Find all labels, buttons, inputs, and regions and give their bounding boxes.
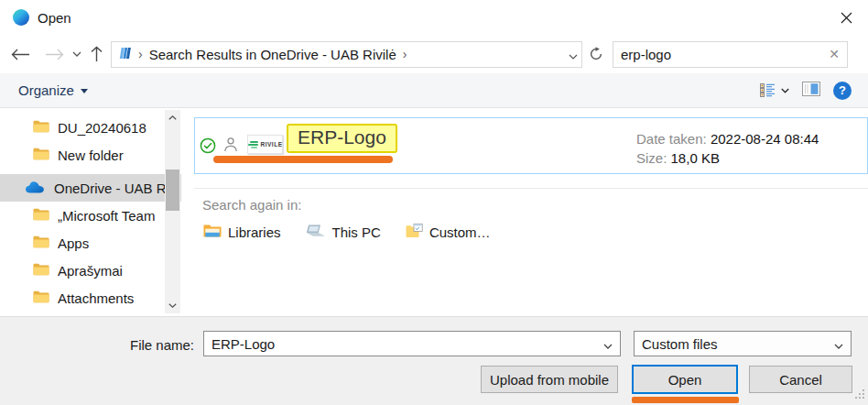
sidebar-item-label: Attachments <box>58 290 134 306</box>
resize-grip[interactable] <box>855 387 865 402</box>
help-icon[interactable]: ? <box>833 82 852 100</box>
folder-icon <box>33 208 49 224</box>
content-area: DU_20240618 New folder OneDrive - UAB R … <box>0 108 868 316</box>
sidebar-item-label: „Microsoft Team <box>58 208 155 224</box>
search-again-section: Search again in: Libraries <box>194 188 868 241</box>
onedrive-cloud-icon <box>25 181 46 196</box>
date-taken-row: Date taken: 2022-08-24 08:44 <box>636 129 819 148</box>
libraries-label: Libraries <box>228 224 281 240</box>
custom-location-icon <box>406 224 423 241</box>
title-bar: Open <box>0 0 868 35</box>
breadcrumb-location[interactable]: Search Results in OneDrive - UAB Rivilė <box>149 47 396 62</box>
sync-check-icon <box>200 137 216 157</box>
view-dropdown-chevron-icon <box>781 88 789 93</box>
file-list-area: RIVILE ERP-Logo Date taken: 2022-08-24 0… <box>181 108 868 316</box>
change-view-button[interactable] <box>760 83 789 97</box>
file-type-combobox[interactable]: Custom files <box>634 331 852 356</box>
organize-button[interactable]: Organize <box>18 82 88 98</box>
sidebar-item-attachments[interactable]: Attachments <box>0 284 181 312</box>
toolbar-right-group: ? <box>760 82 852 100</box>
date-taken-value: 2022-08-24 08:44 <box>711 131 819 147</box>
cancel-button[interactable]: Cancel <box>749 366 852 393</box>
folder-icon <box>33 290 49 306</box>
sidebar-item-label: Apps <box>58 235 89 251</box>
search-input[interactable] <box>621 47 829 62</box>
navigation-bar: › Search Results in OneDrive - UAB Rivil… <box>0 35 868 73</box>
preview-pane-icon[interactable] <box>802 82 820 99</box>
search-again-custom[interactable]: Custom… <box>406 224 491 241</box>
folder-tree-sidebar: DU_20240618 New folder OneDrive - UAB R … <box>0 108 181 316</box>
address-bar[interactable]: › Search Results in OneDrive - UAB Rivil… <box>111 41 582 68</box>
file-type-dropdown-chevron-icon[interactable] <box>834 336 843 352</box>
folder-icon <box>33 120 49 136</box>
command-toolbar: Organize ? <box>0 73 868 108</box>
person-icon <box>223 137 238 155</box>
file-name-combobox <box>203 331 621 356</box>
back-icon[interactable] <box>11 49 30 60</box>
file-name-label: File name: <box>0 337 194 353</box>
sidebar-item-label: DU_20240618 <box>58 120 146 136</box>
file-name-highlight[interactable]: ERP-Logo <box>287 124 397 153</box>
folder-icon <box>33 235 49 251</box>
search-again-label: Search again in: <box>202 197 868 213</box>
annotation-underline <box>213 156 393 163</box>
this-pc-label: This PC <box>332 224 381 240</box>
sidebar-item-new-folder[interactable]: New folder <box>0 141 181 169</box>
window-title: Open <box>38 10 71 26</box>
annotation-underline-open <box>632 397 739 403</box>
up-icon[interactable] <box>91 46 103 62</box>
open-file-dialog: Open › Search Results <box>0 0 868 405</box>
rivile-logo-bars <box>248 141 258 148</box>
size-value: 18,0 KB <box>671 150 720 166</box>
upload-from-mobile-button[interactable]: Upload from mobile <box>481 366 618 393</box>
scroll-down-icon[interactable] <box>165 298 180 313</box>
search-again-this-pc[interactable]: This PC <box>306 224 381 241</box>
search-box: ✕ <box>613 41 848 68</box>
rivile-logo-text: RIVILE <box>261 141 283 148</box>
search-results-folder-icon <box>117 46 132 63</box>
scroll-up-icon[interactable] <box>165 110 180 126</box>
sidebar-item-label: New folder <box>58 148 124 163</box>
organize-dropdown-icon <box>81 89 88 93</box>
file-type-value: Custom files <box>642 336 834 352</box>
breadcrumb-separator: › <box>138 47 143 61</box>
file-name-dropdown-chevron-icon[interactable] <box>603 336 613 352</box>
close-icon[interactable] <box>838 9 854 26</box>
sidebar-item-aprasymai[interactable]: Aprašymai <box>0 257 181 284</box>
size-label: Size: <box>636 150 667 166</box>
open-button[interactable]: Open <box>632 365 738 394</box>
file-details: Date taken: 2022-08-24 08:44 Size: 18,0 … <box>636 129 819 168</box>
sidebar-item-label: Aprašymai <box>58 263 123 279</box>
clear-search-icon[interactable]: ✕ <box>829 47 840 61</box>
breadcrumb-separator[interactable]: › <box>403 47 407 61</box>
size-row: Size: 18,0 KB <box>636 148 819 168</box>
custom-label: Custom… <box>429 224 491 240</box>
libraries-icon <box>203 224 222 241</box>
organize-label: Organize <box>18 82 74 98</box>
sidebar-item-onedrive[interactable]: OneDrive - UAB R <box>0 174 181 202</box>
scrollbar-thumb[interactable] <box>166 170 179 211</box>
dialog-footer: File name: Custom files Upload from mobi… <box>0 316 868 405</box>
search-again-options: Libraries This PC <box>203 224 868 241</box>
sidebar-item-apps[interactable]: Apps <box>0 229 181 257</box>
file-name-input[interactable] <box>212 336 603 352</box>
this-pc-icon <box>306 224 326 241</box>
sidebar-scrollbar[interactable] <box>165 110 180 313</box>
folder-icon <box>33 263 49 279</box>
date-taken-label: Date taken: <box>636 131 707 147</box>
file-item-erp-logo[interactable]: RIVILE ERP-Logo Date taken: 2022-08-24 0… <box>194 117 868 174</box>
forward-icon[interactable] <box>45 49 64 60</box>
sidebar-item-microsoft-teams[interactable]: „Microsoft Team <box>0 202 181 229</box>
sidebar-item-label: OneDrive - UAB R <box>54 181 167 196</box>
folder-icon <box>33 148 49 163</box>
refresh-icon[interactable] <box>584 41 608 68</box>
address-dropdown-chevron-icon[interactable] <box>569 47 578 62</box>
search-again-libraries[interactable]: Libraries <box>203 224 281 241</box>
file-thumbnail: RIVILE <box>247 135 283 154</box>
edge-logo-icon <box>13 9 29 26</box>
recent-locations-chevron-icon[interactable] <box>72 51 81 57</box>
sidebar-item-du-20240618[interactable]: DU_20240618 <box>0 114 181 141</box>
